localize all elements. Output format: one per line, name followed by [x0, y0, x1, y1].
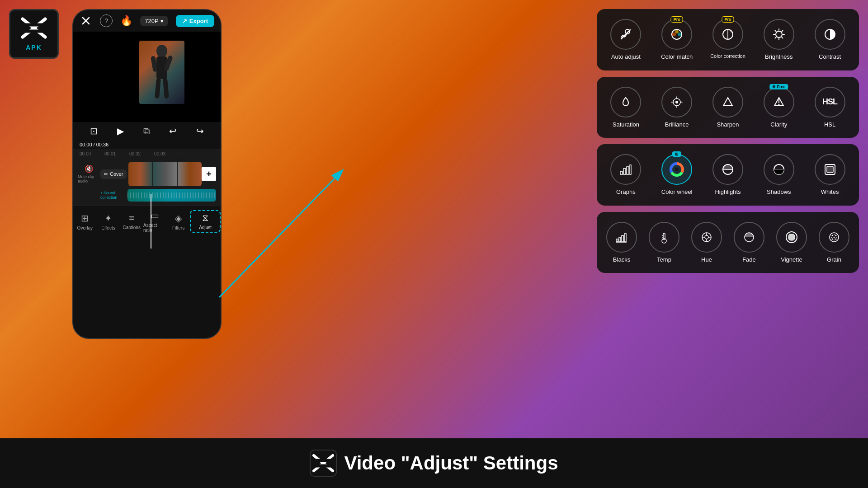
hsl-icon-wrap: HSL [815, 87, 845, 117]
svg-point-78 [834, 234, 835, 235]
hue-icon-wrap [691, 222, 722, 253]
fullscreen-button[interactable]: ⊡ [90, 126, 98, 136]
panel-item-blacks[interactable]: Blacks [601, 220, 642, 265]
svg-point-33 [675, 101, 678, 103]
svg-line-13 [219, 178, 335, 297]
panel-item-vignette[interactable]: Vignette [771, 220, 812, 265]
mute-button[interactable]: 🔇 Mute clip audio [78, 164, 100, 183]
panel-item-color-match[interactable]: Pro Color match [652, 17, 702, 62]
svg-line-27 [775, 31, 776, 32]
panel-item-hsl[interactable]: HSL HSL [805, 85, 854, 130]
svg-point-79 [834, 239, 835, 240]
resolution-selector[interactable]: 720P ▾ [140, 16, 168, 26]
close-button[interactable] [80, 14, 92, 27]
highlights-icon-wrap [712, 154, 743, 185]
vignette-icon-wrap [776, 222, 807, 253]
video-preview [73, 32, 221, 122]
play-button[interactable]: ▶ [117, 126, 124, 136]
svg-point-41 [778, 103, 779, 105]
toolbar-aspect-ratio[interactable]: ▭ Aspect ratio [143, 210, 167, 233]
panel-item-saturation[interactable]: Saturation [601, 85, 651, 130]
panel-color2: Blacks Temp Hue Fade [597, 212, 859, 273]
svg-point-81 [836, 237, 837, 238]
vignette-label: Vignette [781, 256, 802, 263]
picture-in-picture-button[interactable]: ⧉ [143, 126, 150, 136]
panels-container: Auto adjust Pro Color match Pro Color co… [597, 9, 859, 273]
toolbar-adjust[interactable]: ⧖ Adjust [190, 210, 221, 233]
brightness-icon-wrap [764, 19, 794, 50]
whites-label: Whites [821, 188, 839, 196]
panel-color-grid: Graphs ⊞ Color wheel [601, 152, 854, 197]
redo-button[interactable]: ↪ [196, 126, 204, 136]
audio-track: ♪ Sound collection [73, 189, 221, 202]
audio-label: ♪ Sound collection [100, 191, 127, 200]
svg-point-73 [832, 235, 833, 236]
add-clip-button[interactable]: + [202, 167, 216, 181]
svg-rect-54 [616, 239, 618, 242]
shadows-label: Shadows [767, 188, 791, 196]
svg-rect-42 [620, 171, 623, 174]
toolbar-filters[interactable]: ◈ Filters [167, 213, 190, 230]
panel-item-clarity[interactable]: ⊕ Free Clarity [754, 85, 803, 130]
sharpen-icon-wrap [712, 87, 743, 117]
clarity-label: Clarity [770, 121, 787, 128]
svg-rect-44 [627, 167, 629, 174]
contrast-icon-wrap [815, 19, 845, 50]
color-match-label: Color match [661, 53, 693, 61]
panel-item-brilliance[interactable]: Brilliance [652, 85, 702, 130]
bottom-logo [310, 450, 337, 477]
toolbar-effects[interactable]: ✦ Effects [97, 213, 120, 230]
svg-point-22 [776, 31, 782, 38]
panel-item-auto-adjust[interactable]: Auto adjust [601, 17, 651, 62]
panel-item-color-correction[interactable]: Pro Color correction [703, 17, 753, 61]
cover-button[interactable]: ✏ Cover [100, 169, 127, 179]
panel-item-highlights[interactable]: Highlights [703, 152, 753, 197]
panel-item-sharpen[interactable]: Sharpen [703, 85, 753, 130]
panel-item-contrast[interactable]: Contrast [805, 17, 854, 62]
color-wheel-icon-wrap: ⊞ [661, 154, 692, 185]
panel-item-color-wheel[interactable]: ⊞ Color wheel [652, 152, 702, 197]
svg-point-75 [832, 238, 833, 239]
svg-rect-57 [624, 234, 626, 242]
grain-label: Grain [827, 256, 841, 263]
grain-icon-wrap [819, 222, 849, 253]
svg-rect-10 [155, 78, 161, 99]
auto-adjust-label: Auto adjust [611, 53, 641, 61]
panel-color: Graphs ⊞ Color wheel [597, 144, 859, 206]
panel-item-hue[interactable]: Hue [686, 220, 727, 265]
video-thumbnail [139, 41, 184, 104]
adjust-icon: ⧖ [202, 213, 208, 223]
help-button[interactable]: ? [100, 14, 113, 27]
svg-rect-45 [630, 165, 631, 174]
logo-x-text [20, 17, 47, 43]
panel-item-grain[interactable]: Grain [814, 220, 854, 265]
video-track: 🔇 Mute clip audio ✏ Cover + [73, 162, 221, 186]
svg-point-18 [678, 33, 681, 36]
toolbar-captions[interactable]: ≡ Captions [120, 213, 143, 230]
undo-button[interactable]: ↩ [169, 126, 177, 136]
overlay-icon: ⊞ [81, 213, 89, 224]
clarity-icon-wrap: ⊕ Free [764, 87, 794, 117]
panel-item-whites[interactable]: Whites [805, 152, 854, 197]
panel-item-fade[interactable]: Fade [729, 220, 769, 265]
export-button[interactable]: ↗ Export [176, 15, 214, 27]
panel-item-temp[interactable]: Temp [644, 220, 684, 265]
panel-item-brightness[interactable]: Brightness [754, 17, 803, 62]
panel-adjust2: Saturation Brilliance Sharpen ⊕ Free [597, 77, 859, 138]
video-strip [128, 162, 202, 186]
graphs-label: Graphs [616, 188, 636, 196]
panel-item-shadows[interactable]: Shadows [754, 152, 803, 197]
toolbar-overlay[interactable]: ⊞ Overlay [73, 213, 97, 230]
phone-frame: ? 🔥 720P ▾ ↗ Export [72, 9, 222, 339]
panel-basic: Auto adjust Pro Color match Pro Color co… [597, 9, 859, 70]
panel-adjust2-grid: Saturation Brilliance Sharpen ⊕ Free [601, 85, 854, 130]
svg-point-17 [672, 33, 676, 36]
panel-item-graphs[interactable]: Graphs [601, 152, 651, 197]
svg-line-29 [782, 31, 783, 32]
color-match-icon-wrap: Pro [661, 19, 692, 50]
brilliance-icon-wrap [661, 87, 692, 117]
svg-line-28 [782, 37, 783, 38]
aspect-ratio-icon: ▭ [151, 210, 159, 221]
temp-label: Temp [657, 256, 671, 263]
color-wheel-label: Color wheel [661, 188, 693, 196]
